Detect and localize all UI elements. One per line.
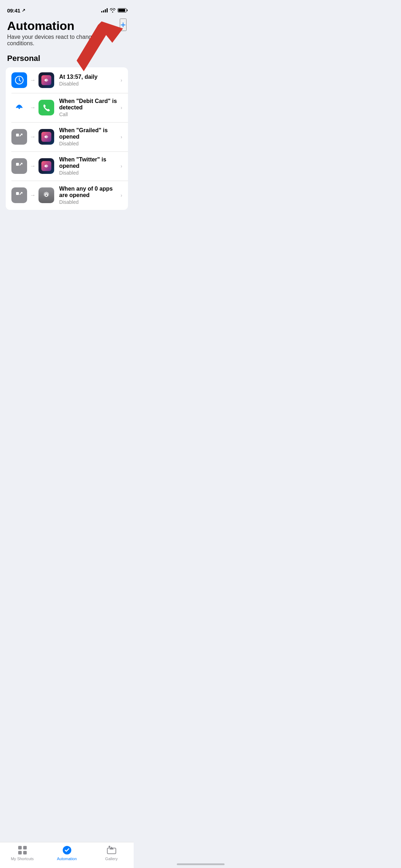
automation-item-any-apps[interactable]: → When any of 0 apps are opened Disabled… (6, 181, 128, 210)
shortcuts-action-icon-3 (38, 158, 54, 174)
automation-item-nfc[interactable]: → When "Debit Card" is detected Call › (6, 93, 128, 122)
item-status-twitter: Disabled (59, 170, 118, 176)
page-header: + Automation Have your devices react to … (0, 16, 134, 63)
item-icons-nfc: → (11, 100, 54, 115)
status-time: 09:41 ↗ (7, 7, 25, 14)
svg-rect-11 (16, 192, 19, 195)
item-status-any-apps: Disabled (59, 199, 118, 205)
trigger-arrow-icon-2: → (30, 104, 36, 111)
settings-action-icon (38, 187, 54, 203)
svg-point-6 (19, 108, 20, 109)
app-opened-trigger-icon-3 (11, 187, 27, 203)
item-icons-twitter: → (11, 158, 54, 174)
chevron-icon-4: › (120, 163, 122, 169)
main-content: + Automation Have your devices react to … (0, 16, 134, 246)
item-title-nfc: When "Debit Card" is detected (59, 98, 118, 111)
wifi-icon (110, 8, 115, 12)
chevron-icon: › (120, 77, 122, 83)
shortcuts-action-icon (38, 72, 54, 88)
svg-rect-9 (16, 163, 19, 166)
item-status-nfc: Call (59, 112, 118, 117)
item-title-time: At 13:57, daily (59, 74, 118, 80)
automation-item-time[interactable]: → (6, 67, 128, 93)
trigger-arrow-icon-3: → (30, 134, 36, 140)
item-status-grailed: Disabled (59, 141, 118, 146)
nfc-trigger-icon (11, 100, 27, 115)
battery-icon (118, 8, 127, 12)
item-details-any-apps: When any of 0 apps are opened Disabled (59, 186, 118, 205)
automation-item-twitter[interactable]: → (6, 151, 128, 181)
section-title: Personal (7, 54, 127, 63)
item-icons-any-apps: → (11, 187, 54, 203)
automation-item-grailed[interactable]: → (6, 122, 128, 151)
item-details-nfc: When "Debit Card" is detected Call (59, 98, 118, 117)
phone-action-icon (38, 100, 54, 115)
item-status-time: Disabled (59, 81, 118, 87)
app-opened-trigger-icon-2 (11, 158, 27, 174)
item-title-twitter: When "Twitter" is opened (59, 156, 118, 169)
item-details-grailed: When "Grailed" is opened Disabled (59, 127, 118, 146)
status-icons (101, 8, 127, 12)
location-icon: ↗ (22, 8, 25, 13)
item-title-grailed: When "Grailed" is opened (59, 127, 118, 140)
item-icons-grailed: → (11, 129, 54, 145)
svg-line-4 (19, 80, 21, 81)
add-automation-button[interactable]: + (120, 19, 127, 31)
item-title-any-apps: When any of 0 apps are opened (59, 186, 118, 198)
svg-point-14 (46, 195, 47, 196)
chevron-icon-5: › (120, 192, 122, 198)
clock-trigger-icon (11, 72, 27, 88)
signal-bars-icon (101, 8, 108, 12)
trigger-arrow-icon-5: → (30, 192, 36, 198)
item-details-twitter: When "Twitter" is opened Disabled (59, 156, 118, 176)
svg-rect-7 (16, 134, 19, 136)
page-title: Automation (7, 19, 127, 32)
time-display: 09:41 (7, 7, 20, 14)
app-opened-trigger-icon (11, 129, 27, 145)
item-icons-time: → (11, 72, 54, 88)
shortcuts-action-icon-2 (38, 129, 54, 145)
chevron-icon-2: › (120, 105, 122, 110)
chevron-icon-3: › (120, 134, 122, 140)
trigger-arrow-icon: → (30, 77, 36, 83)
trigger-arrow-icon-4: → (30, 163, 36, 169)
item-details-time: At 13:57, daily Disabled (59, 74, 118, 87)
page-subtitle: Have your devices react to changes in co… (7, 34, 127, 47)
status-bar: 09:41 ↗ (0, 0, 134, 16)
automation-list: → (6, 67, 128, 210)
